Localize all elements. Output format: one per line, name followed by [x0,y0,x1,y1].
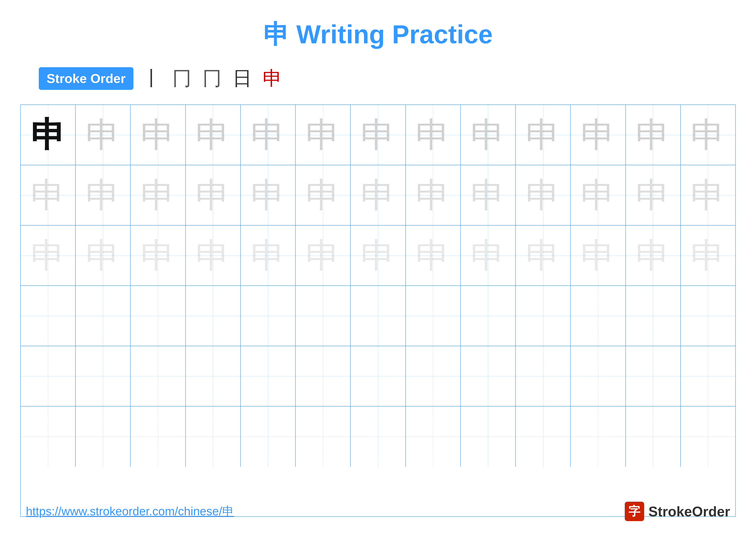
grid-cell-1-10[interactable]: 申 [516,105,571,165]
grid-cell-6-1[interactable] [21,406,76,467]
grid-cell-6-2[interactable] [76,406,131,467]
stroke-order-badge: Stroke Order [39,67,133,90]
grid-cell-2-5[interactable]: 申 [241,165,296,225]
grid-cell-3-4[interactable]: 申 [186,225,241,285]
grid-cell-4-10[interactable] [516,286,571,346]
footer-url[interactable]: https://www.strokeorder.com/chinese/申 [26,503,234,519]
grid-row-1: 申 申 申 申 申 申 申 申 申 申 申 申 申 [21,105,735,165]
grid-cell-4-6[interactable] [296,286,351,346]
grid-cell-5-9[interactable] [461,346,516,406]
grid-cell-4-13[interactable] [681,286,735,346]
footer-logo: 字 StrokeOrder [625,502,730,521]
grid-cell-1-3[interactable]: 申 [131,105,186,165]
grid-cell-4-8[interactable] [406,286,461,346]
logo-icon: 字 [625,502,644,521]
grid-cell-1-2[interactable]: 申 [76,105,131,165]
page: 申 Writing Practice Stroke Order 丨 冂 冂 日 … [0,0,756,534]
grid-cell-1-4[interactable]: 申 [186,105,241,165]
grid-cell-3-10[interactable]: 申 [516,225,571,285]
grid-cell-3-5[interactable]: 申 [241,225,296,285]
practice-grid: 申 申 申 申 申 申 申 申 申 申 申 申 申 申 申 申 申 申 申 申 … [20,105,736,517]
grid-cell-5-10[interactable] [516,346,571,406]
grid-cell-2-1[interactable]: 申 [21,165,76,225]
grid-cell-6-5[interactable] [241,406,296,467]
grid-cell-2-10[interactable]: 申 [516,165,571,225]
grid-cell-5-5[interactable] [241,346,296,406]
grid-cell-6-9[interactable] [461,406,516,467]
grid-row-5 [21,346,735,406]
grid-cell-6-3[interactable] [131,406,186,467]
grid-cell-3-12[interactable]: 申 [626,225,681,285]
grid-cell-5-13[interactable] [681,346,735,406]
grid-cell-3-8[interactable]: 申 [406,225,461,285]
grid-cell-4-1[interactable] [21,286,76,346]
grid-cell-2-3[interactable]: 申 [131,165,186,225]
grid-cell-3-6[interactable]: 申 [296,225,351,285]
grid-cell-1-13[interactable]: 申 [681,105,735,165]
grid-cell-2-12[interactable]: 申 [626,165,681,225]
grid-cell-1-1[interactable]: 申 [21,105,76,165]
grid-cell-4-12[interactable] [626,286,681,346]
grid-cell-6-12[interactable] [626,406,681,467]
grid-row-4 [21,286,735,346]
grid-cell-5-1[interactable] [21,346,76,406]
grid-cell-3-7[interactable]: 申 [351,225,406,285]
stroke-step-1: 丨 [142,65,161,91]
grid-cell-4-11[interactable] [571,286,626,346]
grid-cell-5-2[interactable] [76,346,131,406]
grid-cell-3-1[interactable]: 申 [21,225,76,285]
grid-cell-6-8[interactable] [406,406,461,467]
grid-cell-1-9[interactable]: 申 [461,105,516,165]
grid-cell-4-9[interactable] [461,286,516,346]
grid-cell-5-6[interactable] [296,346,351,406]
grid-cell-4-3[interactable] [131,286,186,346]
grid-row-2: 申 申 申 申 申 申 申 申 申 申 申 申 申 [21,165,735,225]
grid-row-3: 申 申 申 申 申 申 申 申 申 申 申 申 申 [21,225,735,286]
grid-cell-6-7[interactable] [351,406,406,467]
grid-cell-5-4[interactable] [186,346,241,406]
grid-cell-2-6[interactable]: 申 [296,165,351,225]
stroke-step-3: 冂 [202,65,222,91]
grid-cell-4-7[interactable] [351,286,406,346]
grid-cell-6-10[interactable] [516,406,571,467]
grid-cell-3-2[interactable]: 申 [76,225,131,285]
stroke-step-2: 冂 [172,65,192,91]
grid-cell-2-7[interactable]: 申 [351,165,406,225]
grid-cell-1-6[interactable]: 申 [296,105,351,165]
grid-cell-5-7[interactable] [351,346,406,406]
grid-cell-3-11[interactable]: 申 [571,225,626,285]
char-solid: 申 [31,117,65,152]
grid-cell-1-8[interactable]: 申 [406,105,461,165]
grid-cell-5-8[interactable] [406,346,461,406]
grid-cell-6-11[interactable] [571,406,626,467]
grid-cell-6-4[interactable] [186,406,241,467]
grid-cell-4-5[interactable] [241,286,296,346]
grid-cell-2-4[interactable]: 申 [186,165,241,225]
grid-row-6 [21,406,735,467]
grid-cell-2-11[interactable]: 申 [571,165,626,225]
grid-cell-2-8[interactable]: 申 [406,165,461,225]
grid-cell-5-3[interactable] [131,346,186,406]
grid-cell-5-12[interactable] [626,346,681,406]
grid-cell-1-5[interactable]: 申 [241,105,296,165]
grid-cell-5-11[interactable] [571,346,626,406]
grid-cell-3-9[interactable]: 申 [461,225,516,285]
grid-cell-1-7[interactable]: 申 [351,105,406,165]
logo-text: StrokeOrder [648,503,730,520]
grid-cell-2-13[interactable]: 申 [681,165,735,225]
grid-cell-4-4[interactable] [186,286,241,346]
grid-cell-3-3[interactable]: 申 [131,225,186,285]
page-title: 申 Writing Practice [263,17,493,52]
grid-cell-6-6[interactable] [296,406,351,467]
grid-cell-2-9[interactable]: 申 [461,165,516,225]
stroke-step-4: 日 [232,65,252,91]
grid-cell-1-12[interactable]: 申 [626,105,681,165]
grid-cell-4-2[interactable] [76,286,131,346]
grid-cell-3-13[interactable]: 申 [681,225,735,285]
stroke-order-section: Stroke Order 丨 冂 冂 日 申 [39,65,282,91]
grid-cell-6-13[interactable] [681,406,735,467]
stroke-step-5: 申 [263,65,282,91]
footer: https://www.strokeorder.com/chinese/申 字 … [26,502,730,521]
grid-cell-2-2[interactable]: 申 [76,165,131,225]
grid-cell-1-11[interactable]: 申 [571,105,626,165]
